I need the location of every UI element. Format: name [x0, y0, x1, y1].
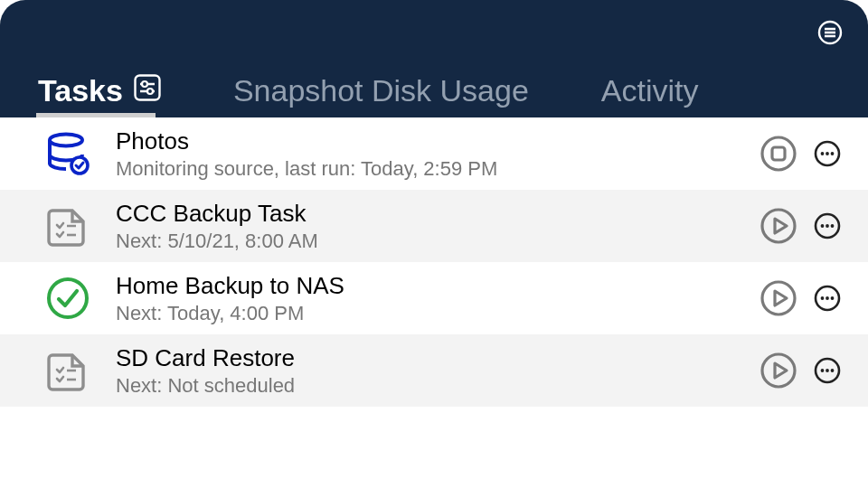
database-active-icon — [45, 131, 90, 176]
svg-point-27 — [821, 296, 825, 300]
svg-point-15 — [826, 152, 829, 155]
tab-label: Activity — [601, 73, 699, 108]
task-row[interactable]: Home Backup to NAS Next: Today, 4:00 PM — [0, 262, 868, 334]
task-list: Photos Monitoring source, last run: Toda… — [0, 117, 868, 407]
svg-point-11 — [762, 137, 795, 170]
svg-point-35 — [826, 369, 829, 372]
sliders-icon — [134, 73, 161, 108]
tab-bar: Tasks Snapshot Disk Usage Activity — [38, 73, 699, 108]
more-icon[interactable] — [814, 357, 841, 384]
task-actions — [760, 207, 841, 245]
checklist-icon — [45, 348, 90, 393]
task-title: Photos — [116, 127, 760, 155]
tab-label: Snapshot Disk Usage — [233, 73, 529, 108]
svg-point-6 — [142, 81, 147, 87]
svg-point-29 — [831, 296, 835, 300]
task-subtitle: Monitoring source, last run: Today, 2:59… — [116, 157, 760, 181]
task-text: SD Card Restore Next: Not scheduled — [116, 344, 760, 398]
task-row[interactable]: SD Card Restore Next: Not scheduled — [0, 334, 868, 407]
task-row[interactable]: CCC Backup Task Next: 5/10/21, 8:00 AM — [0, 190, 868, 262]
svg-point-24 — [49, 279, 87, 317]
active-tab-underline — [36, 113, 156, 117]
task-subtitle: Next: 5/10/21, 8:00 AM — [116, 230, 760, 253]
svg-point-22 — [826, 224, 829, 228]
more-icon[interactable] — [814, 212, 841, 239]
task-text: Photos Monitoring source, last run: Toda… — [116, 127, 760, 181]
task-title: Home Backup to NAS — [116, 272, 760, 300]
task-actions — [760, 135, 841, 173]
play-button[interactable] — [760, 207, 797, 245]
checklist-icon — [45, 203, 90, 249]
svg-rect-12 — [772, 147, 785, 160]
svg-point-25 — [762, 282, 795, 314]
svg-point-9 — [50, 135, 82, 146]
svg-point-8 — [147, 89, 153, 94]
svg-point-28 — [826, 296, 829, 300]
play-button[interactable] — [760, 352, 797, 389]
task-text: Home Backup to NAS Next: Today, 4:00 PM — [116, 272, 760, 325]
svg-point-14 — [821, 152, 825, 155]
more-icon[interactable] — [814, 140, 841, 167]
checkmark-icon — [45, 276, 90, 321]
tab-tasks[interactable]: Tasks — [38, 73, 161, 108]
tab-label: Tasks — [38, 73, 123, 108]
app-window: Tasks Snapshot Disk Usage Activity — [0, 0, 868, 488]
svg-rect-4 — [135, 76, 159, 100]
stop-button[interactable] — [760, 135, 797, 173]
header-bar: Tasks Snapshot Disk Usage Activity — [0, 0, 868, 117]
task-title: SD Card Restore — [116, 344, 760, 372]
task-subtitle: Next: Today, 4:00 PM — [116, 302, 760, 325]
svg-point-36 — [831, 369, 835, 372]
task-subtitle: Next: Not scheduled — [116, 374, 760, 398]
svg-point-34 — [821, 369, 825, 372]
task-actions — [760, 279, 841, 317]
task-row[interactable]: Photos Monitoring source, last run: Toda… — [0, 117, 868, 190]
svg-point-23 — [831, 224, 835, 228]
menu-icon[interactable] — [817, 20, 843, 45]
task-actions — [760, 352, 841, 389]
task-text: CCC Backup Task Next: 5/10/21, 8:00 AM — [116, 200, 760, 253]
svg-point-21 — [821, 224, 825, 228]
svg-point-19 — [762, 210, 795, 242]
tab-activity[interactable]: Activity — [601, 73, 699, 108]
task-title: CCC Backup Task — [116, 200, 760, 228]
tab-snapshot-disk-usage[interactable]: Snapshot Disk Usage — [233, 73, 529, 108]
more-icon[interactable] — [814, 285, 841, 312]
play-button[interactable] — [760, 279, 797, 317]
svg-point-32 — [762, 354, 795, 387]
svg-point-16 — [831, 152, 835, 155]
